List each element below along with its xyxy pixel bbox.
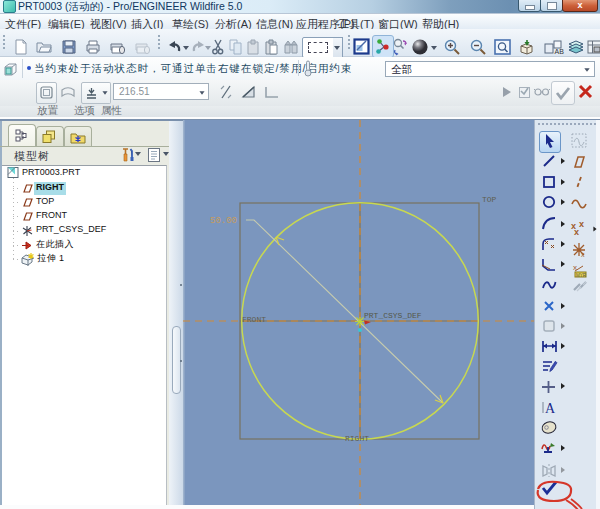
svg-text:A: A	[545, 401, 556, 416]
svg-text:RIGHT: RIGHT	[345, 434, 369, 443]
svg-text:50.00: 50.00	[210, 216, 237, 226]
svg-text:x: x	[574, 227, 579, 237]
svg-text:MYR: MYR	[576, 273, 587, 278]
svg-text:PRT_CSYS_DEF: PRT_CSYS_DEF	[364, 311, 422, 320]
svg-text:FRONT: FRONT	[242, 315, 266, 324]
svg-text:x: x	[579, 219, 584, 229]
svg-text:x: x	[581, 251, 585, 258]
svg-text:AB: AB	[555, 48, 565, 55]
svg-text:TOP: TOP	[482, 195, 497, 204]
